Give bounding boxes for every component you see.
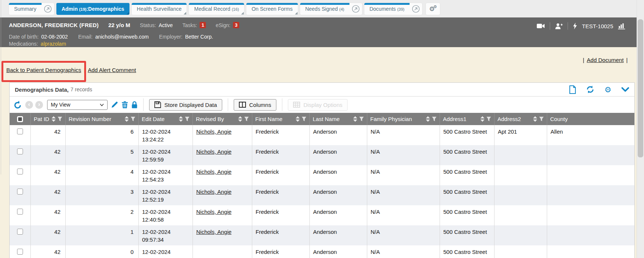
add-document-link[interactable]: Add Document <box>587 57 624 63</box>
filter-funnel-icon <box>359 117 364 121</box>
next-view-button[interactable]: › <box>35 101 43 109</box>
sort-arrows-icon <box>52 116 56 122</box>
column-header-county[interactable]: County <box>547 113 634 125</box>
undo-icon[interactable] <box>13 101 22 109</box>
sort-icon[interactable] <box>353 116 357 122</box>
row-select-cell <box>10 125 30 145</box>
column-header-family-physician[interactable]: Family Physician <box>367 113 440 125</box>
filter-icon[interactable] <box>302 117 306 121</box>
sort-icon[interactable] <box>179 116 183 122</box>
filter-icon[interactable] <box>539 117 544 121</box>
scrollbar-thumb[interactable] <box>638 19 643 157</box>
sort-icon[interactable] <box>125 116 129 122</box>
revised-by-link[interactable]: Nichols, Angie <box>196 209 231 215</box>
video-call-icon[interactable] <box>537 23 545 29</box>
columns-button[interactable]: Columns <box>234 99 276 111</box>
cell-first-name: Frederick <box>252 185 309 205</box>
vertical-scrollbar[interactable] <box>637 0 644 258</box>
row-checkbox[interactable] <box>17 209 23 215</box>
tab-needs-signed-4[interactable]: Needs Signed (4) <box>300 3 349 15</box>
tab-admin-19-demographics[interactable]: Admin (19):Demographics <box>56 3 129 15</box>
flowsheet-chart-icon[interactable] <box>618 23 625 29</box>
filter-icon[interactable] <box>486 117 491 121</box>
revised-by-link[interactable]: Nichols, Angie <box>196 169 231 175</box>
row-checkbox[interactable] <box>17 249 23 255</box>
add-person-icon[interactable] <box>555 23 563 29</box>
add-alert-comment-link[interactable]: Add Alert Comment <box>88 67 136 73</box>
panel-settings-gear-icon[interactable]: ⚙ <box>604 86 611 94</box>
sort-icon[interactable] <box>480 116 484 122</box>
filter-funnel-icon <box>185 117 190 121</box>
column-header-first-name[interactable]: First Name <box>252 113 309 125</box>
column-header-pat-id[interactable]: Pat ID <box>30 113 65 125</box>
previous-view-button[interactable]: ‹ <box>25 101 33 109</box>
cell-family-physician: N/A <box>367 185 440 205</box>
refresh-icon[interactable] <box>586 85 594 94</box>
row-checkbox[interactable] <box>17 189 23 195</box>
filter-icon[interactable] <box>131 117 135 121</box>
cell-revision-number: 4 <box>65 165 138 185</box>
column-label: Pat ID <box>34 116 50 122</box>
filter-icon[interactable] <box>432 117 437 121</box>
back-to-patient-demographics-link[interactable]: Back to Patient Demographics <box>6 67 81 73</box>
row-checkbox[interactable] <box>17 148 23 154</box>
patient-header-actions: TEST-10025 <box>537 22 625 30</box>
sort-icon[interactable] <box>296 116 300 122</box>
collapse-chevron-icon[interactable] <box>621 87 629 92</box>
row-checkbox[interactable] <box>17 229 23 235</box>
open-new-window-icon[interactable] <box>410 3 422 15</box>
cell-county: Allen <box>547 125 634 145</box>
view-select[interactable]: My View <box>47 100 108 110</box>
filter-icon[interactable] <box>185 117 190 121</box>
tab-summary[interactable]: Summary <box>9 3 42 15</box>
filter-icon[interactable] <box>58 117 62 121</box>
delete-view-trash-icon[interactable] <box>122 101 128 108</box>
quick-actions-lightning-icon[interactable] <box>573 23 577 29</box>
cell-family-physician: N/A <box>367 245 440 258</box>
revised-by-link[interactable]: Nichols, Angie <box>196 148 231 155</box>
row-checkbox[interactable] <box>17 128 23 134</box>
filter-icon[interactable] <box>359 117 364 121</box>
cell-edit-date: 12-02-202412:52:19 <box>138 185 193 205</box>
column-header-edit-date[interactable]: Edit Date <box>138 113 193 125</box>
tab-on-screen-forms[interactable]: On Screen Forms <box>246 3 298 15</box>
lock-view-icon[interactable] <box>131 101 138 108</box>
esign-count-badge[interactable]: 3 <box>233 22 239 28</box>
column-header-address2[interactable]: Address2 <box>494 113 547 125</box>
tab-medical-record-16[interactable]: Medical Record (16) <box>189 3 244 15</box>
cell-address2 <box>494 145 547 165</box>
cell-family-physician: N/A <box>367 145 440 165</box>
cell-revised-by: Nichols, Angie <box>193 205 252 225</box>
cell-first-name: Frederick <box>252 225 309 245</box>
tab-health-surveillance[interactable]: Health Surveillance <box>132 3 187 15</box>
sort-icon[interactable] <box>238 116 242 122</box>
column-header-last-name[interactable]: Last Name <box>309 113 367 125</box>
row-checkbox[interactable] <box>17 169 23 174</box>
sort-arrows-icon <box>353 116 357 122</box>
sort-icon[interactable] <box>533 116 537 122</box>
export-document-icon[interactable] <box>569 85 576 94</box>
open-new-window-icon[interactable] <box>349 3 362 15</box>
filter-icon[interactable] <box>244 117 249 121</box>
sort-icon[interactable] <box>426 116 430 122</box>
open-new-window-icon[interactable] <box>42 3 54 15</box>
tasks-count-badge[interactable]: 1 <box>200 22 206 28</box>
revised-by-link[interactable]: Nichols, Angie <box>196 189 231 195</box>
column-header-address1[interactable]: Address1 <box>440 113 494 125</box>
tab-documents-39[interactable]: Documents (39) <box>364 3 410 15</box>
cell-address1: 500 Castro Street <box>440 205 494 225</box>
sort-icon[interactable] <box>52 116 56 122</box>
patient-dob: Date of birth: 02-08-2002 <box>9 33 68 40</box>
chart-settings-button[interactable]: ⚙⚙ <box>426 3 440 15</box>
store-displayed-data-button[interactable]: Store Displayed Data <box>149 99 222 111</box>
tab-strip: SummaryAdmin (19):DemographicsHealth Sur… <box>9 3 422 15</box>
revised-by-link[interactable]: Nichols, Angie <box>196 128 231 135</box>
cell-pat-id: 42 <box>30 245 65 258</box>
table-row: 42212-02-202412:40:58Nichols, AngieFrede… <box>10 205 634 225</box>
revised-by-link[interactable]: Nichols, Angie <box>196 229 231 235</box>
column-header-revised-by[interactable]: Revised By <box>193 113 252 125</box>
edit-view-pencil-icon[interactable] <box>111 101 118 108</box>
column-header-revision-number[interactable]: Revision Number <box>65 113 138 125</box>
row-select-cell <box>10 145 30 165</box>
select-all-checkbox[interactable] <box>17 116 23 122</box>
